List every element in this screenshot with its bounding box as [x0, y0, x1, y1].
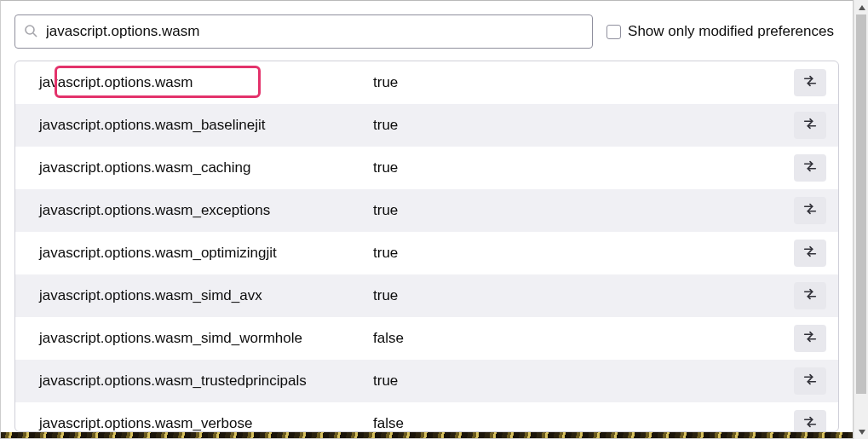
svg-marker-3	[859, 430, 865, 435]
checkbox-box[interactable]	[606, 25, 621, 39]
toggle-button[interactable]	[794, 240, 826, 267]
vertical-scrollbar[interactable]	[854, 0, 868, 439]
search-input[interactable]	[44, 22, 583, 41]
pref-name: javascript.options.wasm_simd_wormhole	[39, 330, 373, 347]
toggle-icon	[802, 329, 818, 349]
toggle-icon	[802, 286, 818, 306]
scroll-up-button[interactable]	[854, 0, 868, 14]
toggle-icon	[802, 116, 818, 136]
pref-name: javascript.options.wasm_baselinejit	[39, 117, 373, 134]
preferences-rows: javascript.options.wasmtruejavascript.op…	[15, 61, 838, 431]
pref-value: true	[373, 245, 794, 262]
pref-row[interactable]: javascript.options.wasm_simd_wormholefal…	[15, 317, 838, 360]
pref-row[interactable]: javascript.options.wasm_simd_avxtrue	[15, 274, 838, 317]
pref-row[interactable]: javascript.options.wasm_trustedprincipal…	[15, 360, 838, 402]
svg-marker-2	[859, 5, 865, 10]
toggle-icon	[802, 201, 818, 221]
pref-row[interactable]: javascript.options.wasm_verbosefalse	[15, 402, 838, 431]
pref-value: true	[373, 117, 794, 134]
highlight-annotation	[55, 66, 261, 98]
pref-value: true	[373, 202, 794, 219]
toggle-icon	[802, 73, 818, 93]
toggle-icon	[802, 372, 818, 391]
show-modified-label: Show only modified preferences	[628, 23, 834, 40]
pref-value: true	[373, 74, 794, 91]
toggle-button[interactable]	[794, 367, 826, 395]
show-modified-checkbox[interactable]: Show only modified preferences	[606, 23, 839, 40]
pref-value: false	[373, 330, 794, 347]
preferences-table: javascript.options.wasmtruejavascript.op…	[14, 61, 839, 432]
toggle-button[interactable]	[794, 325, 826, 352]
pref-row[interactable]: javascript.options.wasm_optimizingjittru…	[15, 232, 838, 274]
toggle-icon	[802, 414, 818, 432]
pref-value: true	[373, 373, 794, 390]
toggle-button[interactable]	[794, 282, 826, 309]
svg-point-0	[26, 26, 34, 34]
pref-name: javascript.options.wasm_optimizingjit	[39, 245, 373, 262]
pref-row[interactable]: javascript.options.wasm_baselinejittrue	[15, 104, 838, 147]
toggle-icon	[802, 159, 818, 178]
search-bar-container: Show only modified preferences	[1, 1, 853, 61]
toggle-button[interactable]	[794, 197, 826, 224]
search-icon	[24, 24, 44, 40]
toggle-button[interactable]	[794, 69, 826, 96]
window-bottom-border	[1, 432, 853, 438]
scrollbar-thumb[interactable]	[856, 14, 866, 394]
pref-name: javascript.options.wasm_verbose	[39, 415, 373, 431]
pref-value: true	[373, 159, 794, 176]
toggle-button[interactable]	[794, 112, 826, 139]
about-config-pane: Show only modified preferences javascrip…	[0, 0, 854, 439]
toggle-button[interactable]	[794, 410, 826, 431]
scroll-down-button[interactable]	[854, 425, 868, 439]
svg-line-1	[33, 33, 37, 37]
pref-value: false	[373, 415, 794, 431]
pref-name: javascript.options.wasm_caching	[39, 159, 373, 176]
pref-name: javascript.options.wasm_exceptions	[39, 202, 373, 219]
pref-name: javascript.options.wasm_simd_avx	[39, 287, 373, 304]
pref-name: javascript.options.wasm_trustedprincipal…	[39, 373, 373, 390]
search-box[interactable]	[14, 14, 593, 49]
pref-row[interactable]: javascript.options.wasm_cachingtrue	[15, 147, 838, 189]
pref-value: true	[373, 287, 794, 304]
toggle-button[interactable]	[794, 154, 826, 182]
pref-row[interactable]: javascript.options.wasm_exceptionstrue	[15, 189, 838, 232]
toggle-icon	[802, 244, 818, 263]
